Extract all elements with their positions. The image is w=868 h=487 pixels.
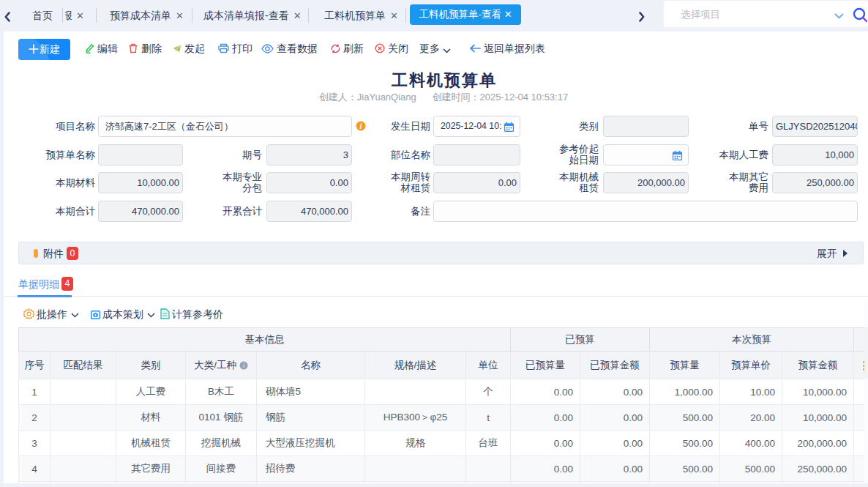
svg-text:i: i: [243, 363, 244, 369]
